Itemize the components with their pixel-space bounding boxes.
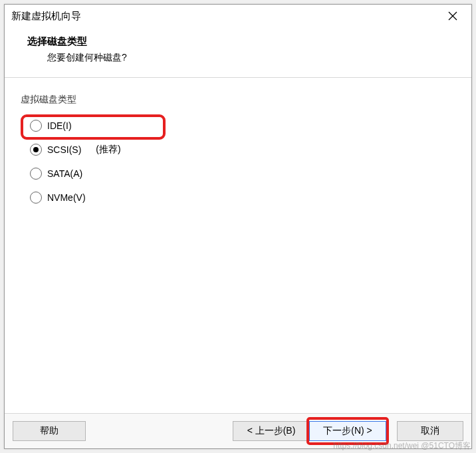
wizard-header: 选择磁盘类型 您要创建何种磁盘? xyxy=(5,27,471,77)
radio-option-nvme[interactable]: NVMe(V) xyxy=(30,187,458,208)
cancel-button[interactable]: 取消 xyxy=(397,421,463,441)
radio-label: SATA(A) xyxy=(47,168,82,179)
radio-label: SCSI(S) xyxy=(47,144,81,155)
titlebar: 新建虚拟机向导 xyxy=(5,5,471,27)
group-label-disk-type: 虚拟磁盘类型 xyxy=(21,94,458,106)
page-subtitle: 您要创建何种磁盘? xyxy=(27,52,465,64)
radio-icon xyxy=(30,144,42,156)
back-button[interactable]: < 上一步(B) xyxy=(233,421,310,441)
content-area: 虚拟磁盘类型 IDE(I) SCSI(S) (推荐) SATA(A) NVMe(… xyxy=(5,78,471,413)
radio-icon xyxy=(30,120,42,132)
footer-wrap: 帮助 < 上一步(B) 下一步(N) > 取消 xyxy=(5,413,471,448)
recommended-tag: (推荐) xyxy=(96,144,120,156)
radio-label: IDE(I) xyxy=(47,120,72,131)
radio-label: NVMe(V) xyxy=(47,192,86,203)
page-title: 选择磁盘类型 xyxy=(27,35,465,48)
help-button[interactable]: 帮助 xyxy=(13,421,86,441)
window-title: 新建虚拟机向导 xyxy=(11,10,439,23)
next-button[interactable]: 下一步(N) > xyxy=(309,421,386,441)
radio-option-scsi[interactable]: SCSI(S) (推荐) xyxy=(30,139,458,160)
close-button[interactable] xyxy=(439,6,466,26)
nav-button-group: < 上一步(B) 下一步(N) > xyxy=(233,421,386,441)
radio-option-sata[interactable]: SATA(A) xyxy=(30,163,458,184)
radio-option-ide[interactable]: IDE(I) xyxy=(30,115,458,136)
close-icon xyxy=(448,11,457,21)
wizard-window: 新建虚拟机向导 选择磁盘类型 您要创建何种磁盘? 虚拟磁盘类型 IDE(I) S… xyxy=(4,4,472,449)
radio-icon xyxy=(30,192,42,204)
wizard-footer: 帮助 < 上一步(B) 下一步(N) > 取消 xyxy=(5,413,471,448)
radio-icon xyxy=(30,168,42,180)
